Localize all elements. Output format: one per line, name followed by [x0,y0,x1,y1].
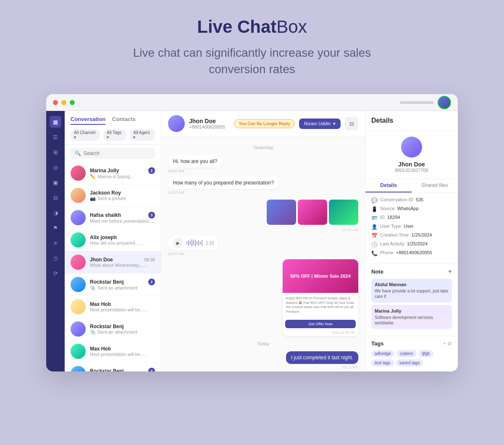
note-author: Marina Jolly [375,308,449,313]
list-item[interactable]: Max Hob Next presentation will be..... [65,296,161,318]
conv-info: Hafsa shaikh 3 Meet me before presentati… [90,212,155,224]
tag[interactable]: saved tags [396,359,423,366]
avatar [71,232,86,248]
list-item[interactable]: Rockstar Benj 2 📎 Sent an attachment [65,363,161,371]
image-group [267,200,358,225]
tag[interactable]: adhedge [371,350,394,357]
conv-msg: Next presentation will be..... [90,307,155,312]
list-item[interactable]: Hafsa shaikh 3 Meet me before presentati… [65,207,161,229]
card-time: Seen 01:49 PM [283,331,358,336]
audio-bar [190,241,191,245]
message-row: ▶ 1:15 [168,235,358,256]
activity-icon: 🕒 [371,242,378,248]
messages-area: Yesterday Hi, how are you all? 09:02 PM … [161,137,365,371]
list-item[interactable]: Alix joseph How did you prepared...... [65,229,161,251]
list-item[interactable]: Jackson Roy 📷 Sent a picture [65,184,161,207]
sidebar-icon-half[interactable]: ◑ [50,207,61,219]
avatar [71,366,86,371]
hero-subtitle: Live chat can significantly increase you… [105,45,399,77]
message-row: 50% OFF | Winter Sale 2024 Enjoy 50% Off… [168,259,358,336]
chat-action-button[interactable]: ⊟ [345,117,358,130]
badge: 2 [148,368,155,372]
sidebar-icon-refresh[interactable]: ⟳ [50,267,61,279]
message-time: 03:12 AM [342,365,358,369]
chat-user-phone: +8801400620055 [189,124,230,129]
conv-msg: 📎 Sent an attachment [90,285,155,291]
tags-settings-icon[interactable]: + ⚙ [443,341,452,347]
tags-section: Tags + ⚙ adhedge csibers tjfgb test tags… [365,336,458,371]
sidebar-icon-grid[interactable]: ⊞ [50,146,61,158]
maximize-traffic-light[interactable] [70,100,75,105]
chat-panel: Jhon Doe +8801400620055 You Can No Longe… [161,111,365,371]
tab-details[interactable]: Details [365,179,412,192]
detail-tabs: Details Shared files [365,179,458,193]
sidebar-icon-list[interactable]: ≡ [50,237,61,249]
audio-bar [198,240,199,246]
section-title: Note [371,269,383,275]
chat-contact-avatar [168,115,185,132]
search-input[interactable] [84,150,151,156]
avatar [71,277,86,292]
list-item[interactable]: Jhon Doe 09:35 What about Wednesday.....… [65,251,161,274]
date-divider: Yesterday [168,145,358,150]
message-row: How many of you prepared the presentatio… [168,176,358,195]
sidebar: ▦ ☰ ⊞ ◎ ▣ ⊟ ◑ ⚑ ≡ ◷ ⟳ [46,111,65,371]
tag[interactable]: test tags [371,359,394,366]
card-cta-button[interactable]: Get Offer Now [285,320,356,328]
search-box[interactable]: 🔍 [71,148,155,159]
list-item[interactable]: Rockstar Benj 📎 Sent an attachment [65,318,161,340]
close-traffic-light[interactable] [53,100,58,105]
tab-shared-files[interactable]: Shared files [412,179,458,192]
sidebar-icon-inbox[interactable]: ☰ [50,131,61,143]
message-time: 10:07 AM [168,252,184,256]
tab-contacts[interactable]: Contacts [112,116,136,125]
id-icon: 🪪 [371,215,378,221]
chat-header: Jhon Doe +8801400620055 You Can No Longe… [161,111,365,137]
conv-info: Jackson Roy 📷 Sent a picture [90,190,155,201]
badge: 3 [148,212,155,219]
minimize-traffic-light[interactable] [61,100,66,105]
tag[interactable]: csibers [396,350,417,357]
audio-play-button[interactable]: ▶ [173,238,183,248]
list-item[interactable]: Rockstar Benj 2 📎 Sent an attachment [65,274,161,296]
sidebar-icon-flag[interactable]: ⚑ [50,222,61,234]
list-item[interactable]: Max Hob Next presentation will be..... [65,340,161,363]
tab-conversation[interactable]: Conversation [71,116,105,125]
sidebar-icon-box[interactable]: ▣ [50,176,61,188]
sidebar-icon-circle[interactable]: ◎ [50,161,61,173]
message-time: 11:52 AM [168,190,184,195]
user-type-icon: 👤 [371,224,378,230]
badge: 2 [148,167,155,174]
card-image: 50% OFF | Winter Sale 2024 [283,259,358,293]
filter-all-agent[interactable]: All Agent ▾ [130,129,155,141]
filter-all-tags[interactable]: All Tags ▾ [103,129,126,141]
message-icon: 💬 [371,197,378,203]
list-item[interactable]: Marina Jolly 2 ✏️ Marina is typing... [65,162,161,184]
avatar [438,96,451,109]
note-author: Abdul Mannan [375,282,449,287]
conv-info: Marina Jolly 2 ✏️ Marina is typing... [90,167,155,179]
conv-msg: 📷 Sent a picture [90,196,155,201]
note-text: Software development services worldwide. [375,315,449,326]
title-bar-line [400,101,433,104]
message-bubble: Hi, how are you all? [168,155,222,168]
avatar [71,299,86,314]
add-note-button[interactable]: + [448,268,452,275]
filter-row: All Channel ▾ All Tags ▾ All Agent ▾ [71,129,155,141]
tag[interactable]: tjfgb [419,350,433,357]
audio-duration: 1:15 [206,241,214,245]
message-time: 05:32 AM [342,228,358,232]
tags-row: adhedge csibers tjfgb test tags saved ta… [371,350,452,366]
tags-title: Tags [371,340,383,347]
agent-selector[interactable]: Nizam Uddin ▾ [299,118,341,129]
sidebar-icon-minus[interactable]: ⊟ [50,192,61,203]
left-panel: Conversation Contacts All Channel ▾ All … [65,111,161,371]
sidebar-icon-clock[interactable]: ◷ [50,252,61,264]
chat-image [267,200,296,225]
detail-row: 💬 Conversation ID 535 [371,197,452,203]
avatar [71,321,86,337]
sidebar-icon-chat[interactable]: ▦ [50,116,61,128]
filter-all-channel[interactable]: All Channel ▾ [71,129,100,141]
title-bar [46,94,458,111]
detail-row: 📞 Phone +8801400620055 [371,250,452,256]
